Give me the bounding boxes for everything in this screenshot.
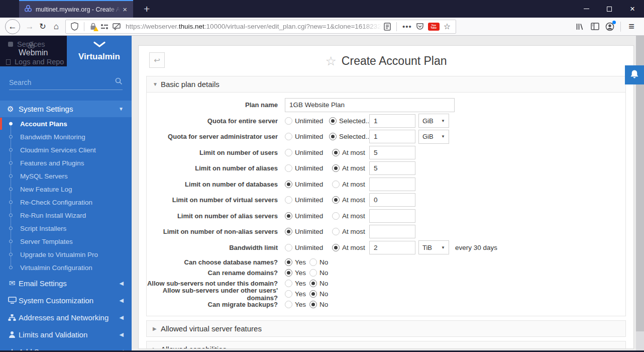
radio-option-yes[interactable]: Yes [285, 258, 309, 266]
radio-icon[interactable] [285, 244, 292, 251]
sidebar-item-new-feature-log[interactable]: New Feature Log [0, 183, 132, 196]
radio-option-unlimited[interactable]: Unlimited [285, 149, 332, 156]
radio-icon[interactable] [285, 228, 292, 235]
home-button[interactable]: ⌂ [49, 22, 63, 32]
account-button[interactable] [602, 19, 617, 34]
radio-option-yes[interactable]: Yes [285, 269, 309, 277]
section-allowed-capabilities[interactable]: ▶ Allowed capabilities [146, 341, 626, 349]
radio-icon[interactable] [329, 133, 337, 140]
sidebar-item-upgrade-to-virtualmin-pro[interactable]: Upgrade to Virtualmin Pro [0, 248, 132, 261]
radio-icon[interactable] [309, 290, 317, 298]
radio-option-no[interactable]: No [309, 258, 328, 266]
radio-option-unlimited[interactable]: Unlimited [285, 228, 332, 235]
sidebar-item-bandwidth-monitoring[interactable]: Bandwidth Monitoring [0, 130, 132, 143]
window-maximize-button[interactable] [598, 0, 621, 18]
limit-value-input[interactable] [369, 241, 415, 254]
sidebar-group-limits-and-validation[interactable]: Limits and Validation◀ [0, 326, 132, 343]
limit-value-input[interactable] [369, 225, 415, 238]
limit-value-input[interactable] [369, 161, 415, 175]
unit-select[interactable]: TiB▼ [418, 240, 449, 254]
library-button[interactable] [572, 19, 587, 34]
radio-option-unlimited[interactable]: Unlimited [285, 133, 329, 140]
sidebar-item-server-templates[interactable]: Server Templates [0, 235, 132, 248]
section-basic-plan-details[interactable]: ▼ Basic plan details [146, 76, 626, 93]
limit-value-input[interactable] [369, 114, 415, 128]
radio-option-at-most[interactable]: At most [332, 244, 365, 251]
radio-icon[interactable] [332, 149, 340, 156]
sidebar-search[interactable] [9, 75, 123, 90]
sidebar-group-system-customization[interactable]: System Customization◀ [0, 292, 132, 309]
radio-option-at-most[interactable]: At most [332, 149, 365, 156]
reader-mode-icon[interactable] [384, 23, 391, 31]
radio-icon[interactable] [285, 212, 292, 220]
radio-option-unlimited[interactable]: Unlimited [285, 117, 329, 125]
radio-icon[interactable] [285, 269, 292, 277]
unit-select[interactable]: GiB▼ [418, 114, 449, 128]
unit-select[interactable]: GiB▼ [418, 130, 449, 144]
permissions-icon[interactable] [100, 24, 109, 30]
radio-option-at-most[interactable]: At most [332, 164, 365, 172]
search-icon[interactable] [115, 77, 123, 87]
sidebar-item-re-check-configuration[interactable]: Re-Check Configuration [0, 196, 132, 209]
radio-icon[interactable] [332, 164, 340, 172]
url-text[interactable]: https://webserver.thuis.net:10000/virtua… [126, 23, 382, 30]
sidebar-item-features-and-plugins[interactable]: Features and Plugins [0, 156, 132, 169]
bookmark-star-icon[interactable]: ☆ [444, 22, 451, 31]
radio-option-unlimited[interactable]: Unlimited [285, 181, 332, 188]
sidebar-item-cloudmin-services-client[interactable]: Cloudmin Services Client [0, 143, 132, 156]
radio-icon[interactable] [285, 117, 292, 125]
limit-value-input[interactable] [369, 209, 415, 223]
radio-icon[interactable] [285, 290, 292, 298]
window-close-button[interactable]: × [621, 0, 644, 18]
search-input[interactable] [9, 78, 115, 86]
tracking-protection-shield-icon[interactable] [71, 22, 78, 31]
notifications-blocked-icon[interactable] [113, 23, 121, 30]
radio-option-no[interactable]: No [309, 269, 328, 277]
insecure-lock-warning-icon[interactable] [90, 23, 96, 30]
radio-option-selected-[interactable]: Selected.. [329, 133, 369, 140]
radio-icon[interactable] [285, 149, 292, 156]
radio-option-no[interactable]: No [309, 290, 328, 298]
webmin-tab-overlay[interactable]: Services Webmin Logs and Repo [0, 36, 67, 66]
page-actions-icon[interactable]: ••• [402, 22, 412, 31]
limit-value-input[interactable] [369, 178, 415, 191]
sidebar-group-add-servers[interactable]: +Add Servers◀ [0, 343, 132, 350]
sidebar-item-script-installers[interactable]: Script Installers [0, 222, 132, 235]
radio-icon[interactable] [285, 164, 292, 172]
radio-option-yes[interactable]: Yes [285, 301, 309, 308]
radio-icon[interactable] [285, 301, 292, 308]
limit-value-input[interactable] [369, 130, 415, 143]
radio-icon[interactable] [309, 269, 317, 277]
sidebar-item-mysql-servers[interactable]: MySQL Servers [0, 169, 132, 183]
radio-icon[interactable] [285, 196, 292, 204]
radio-icon[interactable] [332, 212, 340, 220]
new-tab-button[interactable]: + [139, 0, 155, 18]
radio-option-no[interactable]: No [309, 280, 328, 287]
radio-option-at-most[interactable]: At most [332, 228, 365, 235]
radio-icon[interactable] [332, 181, 340, 188]
favorite-star-icon[interactable]: ☆ [325, 54, 336, 68]
radio-option-at-most[interactable]: At most [332, 212, 365, 220]
sidebar-section-system-settings[interactable]: ⚙ System Settings ▼ [0, 101, 132, 117]
radio-option-yes[interactable]: Yes [285, 280, 309, 287]
radio-option-unlimited[interactable]: Unlimited [285, 244, 332, 251]
radio-icon[interactable] [329, 117, 337, 125]
radio-icon[interactable] [332, 244, 340, 251]
window-minimize-button[interactable] [575, 0, 598, 18]
plan-name-input[interactable] [285, 98, 455, 112]
radio-icon[interactable] [285, 181, 292, 188]
limit-value-input[interactable] [369, 193, 415, 207]
sidebar-item-re-run-install-wizard[interactable]: Re-Run Install Wizard [0, 209, 132, 222]
tab-close-icon[interactable]: × [121, 5, 129, 14]
forward-button[interactable]: → [23, 22, 36, 32]
radio-icon[interactable] [285, 258, 292, 266]
youtube-icon[interactable]: YouTube [428, 23, 440, 31]
sidebar-item-account-plans[interactable]: Account Plans [0, 117, 132, 130]
radio-option-at-most[interactable]: At most [332, 181, 365, 188]
radio-option-unlimited[interactable]: Unlimited [285, 196, 332, 204]
browser-tab[interactable]: multinet.mywire.org - Create A × [19, 0, 133, 18]
section-allowed-virtual-server-features[interactable]: ▶ Allowed virtual server features [146, 320, 626, 337]
sidebar-item-virtualmin-configuration[interactable]: Virtualmin Configuration [0, 261, 132, 274]
pocket-icon[interactable] [416, 23, 424, 31]
radio-option-yes[interactable]: Yes [285, 290, 309, 298]
